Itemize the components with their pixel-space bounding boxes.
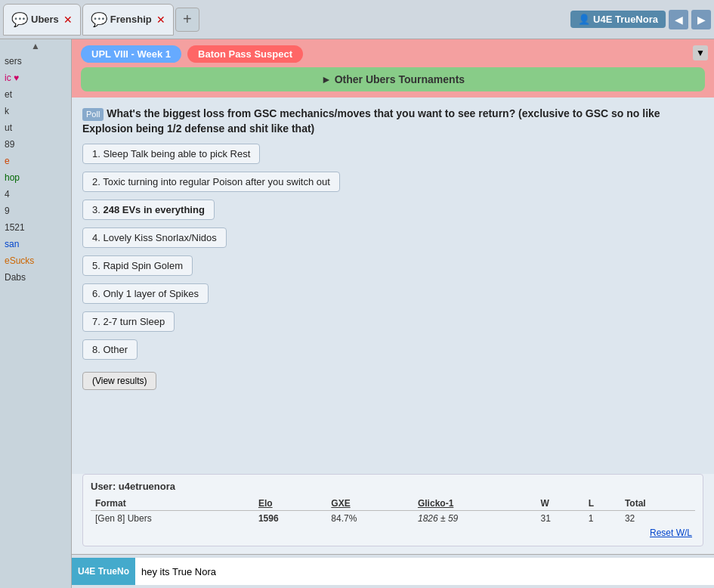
user-stats-header: User: u4etruenora [91, 481, 695, 492]
tournament-link-upl[interactable]: UPL VIII - Week 1 [81, 45, 181, 63]
col-w: W [536, 497, 584, 511]
poll-option-5[interactable]: 5. Rapid Spin Golem [82, 255, 193, 276]
nav-next-button[interactable]: ▶ [691, 10, 711, 29]
poll-option-3[interactable]: 3. 248 EVs in everything [82, 200, 215, 220]
user-badge: 👤 U4E TrueNora [570, 11, 666, 28]
top-right-area: 👤 U4E TrueNora ◀ ▶ [570, 10, 711, 29]
nav-prev-button[interactable]: ◀ [669, 10, 688, 29]
poll-option-6-num: 6. [92, 288, 100, 299]
stats-table: Format Elo GXE Glicko-1 W L Total [Gen 8… [91, 497, 695, 526]
sidebar-item-k[interactable]: k [0, 103, 71, 119]
tournament-wrapper: UPL VIII - Week 1 Baton Pass Suspect ► O… [72, 39, 714, 97]
sidebar-item-89[interactable]: 89 [0, 136, 71, 153]
col-total: Total [620, 497, 695, 511]
poll-option-3-text: 248 EVs in everything [103, 204, 204, 215]
poll-question: PollWhat's the biggest loss from GSC mec… [82, 107, 703, 136]
chat-user-label: U4E TrueNo [72, 558, 135, 585]
stats-total: 32 [620, 511, 695, 527]
main-layout: ▲ sers ic ♥ et k ut 89 e hop 4 9 1521 sa… [0, 39, 714, 588]
sidebar-item-0[interactable]: sers [0, 53, 71, 70]
tournament-links: UPL VIII - Week 1 Baton Pass Suspect [81, 45, 705, 63]
sidebar: ▲ sers ic ♥ et k ut 89 e hop 4 9 1521 sa… [0, 39, 72, 588]
reset-wl-link[interactable]: Reset W/L [91, 526, 695, 540]
poll-option-8[interactable]: 8. Other [82, 339, 138, 360]
view-results-button[interactable]: (View results) [82, 372, 156, 390]
tournament-bar: UPL VIII - Week 1 Baton Pass Suspect ► O… [72, 39, 714, 97]
stats-format: [Gen 8] Ubers [91, 511, 254, 527]
sidebar-item-ut[interactable]: ut [0, 119, 71, 136]
col-gxe: GXE [326, 497, 413, 511]
user-icon: 👤 [578, 14, 590, 25]
stats-username: u4etruenora [119, 481, 175, 492]
tournament-other-button[interactable]: ► Other Ubers Tournaments [81, 67, 705, 91]
stats-w: 31 [536, 511, 584, 527]
poll-option-2-text: Toxic turning into regular Poison after … [103, 176, 330, 187]
tournament-link-baton[interactable]: Baton Pass Suspect [187, 45, 303, 63]
poll-options-list: 1. Sleep Talk being able to pick Rest 2.… [82, 144, 703, 390]
poll-option-7-num: 7. [92, 316, 100, 327]
poll-option-2[interactable]: 2. Toxic turning into regular Poison aft… [82, 172, 340, 192]
tab-ubers-close[interactable]: ✕ [63, 14, 73, 26]
poll-section: PollWhat's the biggest loss from GSC mec… [72, 97, 714, 474]
poll-icon: Poll [82, 108, 104, 121]
tab-frenship-close[interactable]: ✕ [156, 14, 165, 26]
poll-option-4[interactable]: 4. Lovely Kiss Snorlax/Nidos [82, 227, 227, 248]
poll-option-8-text: Other [103, 344, 128, 355]
poll-option-6-text: Only 1 layer of Spikes [103, 288, 198, 299]
poll-option-6[interactable]: 6. Only 1 layer of Spikes [82, 283, 209, 304]
poll-option-5-text: Rapid Spin Golem [103, 260, 183, 271]
sidebar-item-e[interactable]: e [0, 153, 71, 169]
sidebar-item-esucks[interactable]: eSucks [0, 252, 71, 269]
poll-option-1-text: Sleep Talk being able to pick Rest [103, 148, 250, 159]
add-tab-button[interactable]: + [175, 8, 199, 32]
col-l: L [584, 497, 620, 511]
stats-l: 1 [584, 511, 620, 527]
user-stats: User: u4etruenora Format Elo GXE Glicko-… [82, 474, 703, 546]
sidebar-item-1[interactable]: ic ♥ [0, 70, 71, 86]
col-glicko: Glicko-1 [413, 497, 536, 511]
tab-frenship-label: Frenship [110, 14, 152, 25]
tab-ubers[interactable]: 💬 Ubers ✕ [3, 4, 81, 36]
tab-bar: 💬 Ubers ✕ 💬 Frenship ✕ + 👤 U4E TrueNora … [0, 0, 714, 39]
chat-input-bar: U4E TrueNo [72, 554, 714, 588]
poll-option-7[interactable]: 7. 2-7 turn Sleep [82, 311, 175, 332]
col-elo: Elo [254, 497, 326, 511]
sidebar-item-1521[interactable]: 1521 [0, 219, 71, 236]
chat-icon-frenship: 💬 [91, 11, 107, 28]
sidebar-item-et[interactable]: et [0, 86, 71, 103]
stats-row-0: [Gen 8] Ubers 1596 84.7% 1826 ± 59 31 1 … [91, 511, 695, 527]
poll-option-7-text: 2-7 turn Sleep [103, 316, 165, 327]
sidebar-scroll-up[interactable]: ▲ [0, 39, 71, 53]
content-scroll-button[interactable]: ▼ [693, 45, 708, 60]
poll-option-1[interactable]: 1. Sleep Talk being able to pick Rest [82, 144, 260, 164]
poll-option-4-text: Lovely Kiss Snorlax/Nidos [103, 232, 216, 243]
tab-frenship[interactable]: 💬 Frenship ✕ [82, 4, 174, 36]
content-area: UPL VIII - Week 1 Baton Pass Suspect ► O… [72, 39, 714, 588]
stats-gxe: 84.7% [326, 511, 413, 527]
sidebar-item-san[interactable]: san [0, 236, 71, 252]
sidebar-item-9[interactable]: 9 [0, 203, 71, 219]
chat-icon-ubers: 💬 [11, 11, 28, 28]
poll-option-2-num: 2. [92, 176, 100, 187]
poll-option-4-num: 4. [92, 232, 100, 243]
stats-elo: 1596 [254, 511, 326, 527]
sidebar-item-dabs[interactable]: Dabs [0, 269, 71, 286]
col-format: Format [91, 497, 254, 511]
stats-glicko: 1826 ± 59 [413, 511, 536, 527]
poll-option-1-num: 1. [92, 148, 100, 159]
poll-option-3-num: 3. [92, 204, 100, 215]
chat-input[interactable] [135, 558, 714, 585]
sidebar-item-hop[interactable]: hop [0, 169, 71, 186]
poll-option-5-num: 5. [92, 260, 100, 271]
username-display: U4E TrueNora [593, 14, 658, 25]
poll-option-8-num: 8. [92, 344, 100, 355]
sidebar-item-4[interactable]: 4 [0, 186, 71, 203]
tab-ubers-label: Ubers [31, 14, 59, 25]
